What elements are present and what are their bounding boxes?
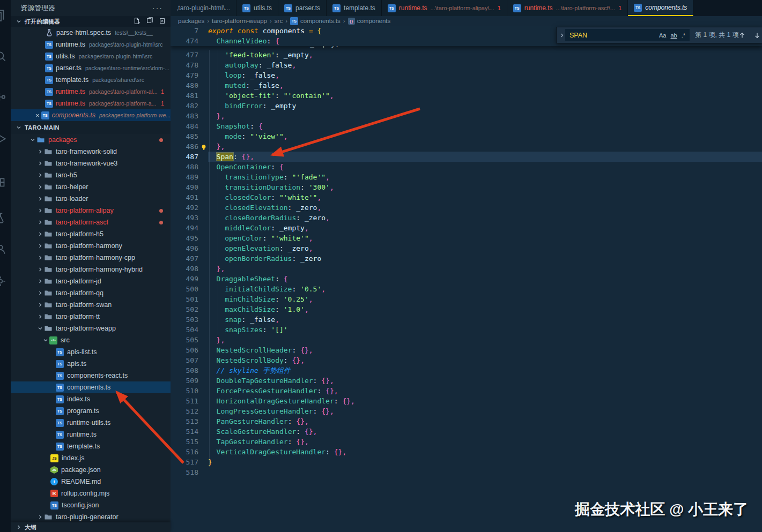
tree-item-rollup.config.mjs[interactable]: Rrollup.config.mjs — [11, 488, 171, 499]
tree-item-taro-platform-jd[interactable]: taro-platform-jd — [11, 275, 171, 287]
open-editor-item[interactable]: TSruntime.tspackages\taro-platform-al...… — [11, 86, 171, 98]
tab-parser.ts[interactable]: TSparser.ts — [278, 0, 327, 16]
chevron-right-icon[interactable] — [36, 231, 44, 237]
open-editor-item[interactable]: TStemplate.tspackages\shared\src — [11, 74, 171, 86]
code-line-493[interactable]: 493closeBorderRadius: _zero, — [171, 213, 762, 223]
open-editor-item[interactable]: parse-html.spec.tstests\__tests__ — [11, 27, 171, 39]
tree-item-taro-platform-harmony[interactable]: taro-platform-harmony — [11, 240, 171, 252]
code-line-518[interactable]: 518 — [171, 467, 762, 477]
code-line-495[interactable]: 495openColor: "'white'", — [171, 233, 762, 243]
tree-item-taro-helper[interactable]: taro-helper — [11, 181, 171, 193]
code-line-503[interactable]: 503snap: _false, — [171, 314, 762, 325]
find-input[interactable] — [565, 29, 658, 41]
find-previous-icon[interactable] — [738, 32, 746, 39]
code-line-515[interactable]: 515TapGestureHandler: {}, — [171, 437, 762, 447]
code-editor[interactable]: 7export const components = {474ChannelVi… — [171, 26, 762, 532]
testing-icon[interactable] — [0, 211, 8, 225]
code-line-511[interactable]: 511HorizontalDragGestureHandler: {}, — [171, 396, 762, 406]
code-line-485[interactable]: 485mode: "'view'", — [171, 131, 762, 141]
code-line-513[interactable]: 513PanGestureHandler: {}, — [171, 416, 762, 426]
regex-icon[interactable]: .* — [682, 32, 685, 39]
tab-taro-plugin-html...[interactable]: ,taro-plugin-html\... — [171, 0, 236, 16]
tree-item-taro-platform-tt[interactable]: taro-platform-tt — [11, 311, 171, 323]
code-line-508[interactable]: 508// skyline 手势组件 — [171, 365, 762, 376]
tree-item-taro-platform-harmony-hybrid[interactable]: taro-platform-harmony-hybrid — [11, 264, 171, 275]
code-line-494[interactable]: 494middleColor: _empty, — [171, 223, 762, 233]
tree-item-runtime.ts[interactable]: TSruntime.ts — [11, 429, 171, 440]
code-line-507[interactable]: 507NestedScrollBody: {}, — [171, 355, 762, 365]
code-line-477[interactable]: 477'feed-token': _empty, — [171, 50, 762, 60]
extensions-icon[interactable] — [0, 176, 8, 190]
tree-item-taro-platform-h5[interactable]: taro-platform-h5 — [11, 228, 171, 240]
tab-template.ts[interactable]: TStemplate.ts — [327, 0, 382, 16]
code-line-483[interactable]: 483}, — [171, 111, 762, 121]
code-line-499[interactable]: 499DraggableSheet: { — [171, 274, 762, 284]
code-line-498[interactable]: 498}, — [171, 264, 762, 274]
code-line-484[interactable]: 484Snapshot: { — [171, 121, 762, 131]
tree-item-program.ts[interactable]: TSprogram.ts — [11, 405, 171, 417]
chevron-right-icon[interactable] — [36, 172, 44, 178]
tree-item-taro-platform-swan[interactable]: taro-platform-swan — [11, 299, 171, 311]
tree-item-index.ts[interactable]: TSindex.ts — [11, 393, 171, 405]
chevron-right-icon[interactable] — [36, 219, 44, 226]
chevron-right-icon[interactable] — [36, 196, 44, 202]
chevron-right-icon[interactable] — [36, 266, 44, 273]
chevron-right-icon[interactable] — [36, 160, 44, 167]
code-line-478[interactable]: 478autoplay: _false, — [171, 60, 762, 70]
code-line-488[interactable]: 488OpenContainer: { — [171, 162, 762, 172]
code-line-482[interactable]: 482bindError: _empty — [171, 101, 762, 111]
tab-runtime.ts[interactable]: TSruntime.ts...\taro-platform-alipay\...… — [382, 0, 507, 16]
tree-item-taro-h5[interactable]: taro-h5 — [11, 169, 171, 181]
tree-item-taro-platform-alipay[interactable]: taro-platform-alipay — [11, 205, 171, 216]
tree-item-template.ts[interactable]: TStemplate.ts — [11, 440, 171, 452]
tree-item-taro-loader[interactable]: taro-loader — [11, 193, 171, 205]
chevron-right-icon[interactable] — [36, 184, 44, 190]
chevron-right-icon[interactable] — [36, 290, 44, 296]
chevron-right-icon[interactable] — [36, 313, 44, 320]
code-line-500[interactable]: 500initialChildSize: '0.5', — [171, 284, 762, 294]
tree-item-components-react.ts[interactable]: TScomponents-react.ts — [11, 370, 171, 381]
breadcrumb-item-packages[interactable]: packages — [178, 18, 204, 24]
code-line-510[interactable]: 510ForcePressGestureHandler: {}, — [171, 386, 762, 396]
close-all-icon[interactable] — [159, 17, 166, 26]
close-icon[interactable]: × — [35, 111, 41, 119]
chevron-right-icon[interactable] — [36, 243, 44, 249]
tree-item-apis-list.ts[interactable]: TSapis-list.ts — [11, 346, 171, 358]
more-actions-icon[interactable]: ··· — [152, 4, 163, 12]
code-line-514[interactable]: 514ScaleGestureHandler: {}, — [171, 426, 762, 437]
breadcrumb-item-taro-platform-weapp[interactable]: taro-platform-weapp — [212, 18, 267, 24]
code-line-505[interactable]: 505}, — [171, 335, 762, 345]
open-editor-item[interactable]: ×TScomponents.tspackages\taro-platform-w… — [11, 109, 171, 121]
chevron-right-icon[interactable] — [36, 254, 44, 261]
code-line-502[interactable]: 502maxChildSize: '1.0', — [171, 304, 762, 314]
project-section-header[interactable]: TARO-MAIN — [11, 121, 171, 134]
code-line-496[interactable]: 496openElevation: _zero, — [171, 243, 762, 253]
tree-item-components.ts[interactable]: TScomponents.ts — [11, 381, 171, 393]
outline-section-header[interactable]: 大纲 — [11, 522, 171, 532]
chevron-down-icon[interactable] — [29, 137, 36, 143]
tree-item-apis.ts[interactable]: TSapis.ts — [11, 358, 171, 370]
code-line-501[interactable]: 501minChildSize: '0.25', — [171, 294, 762, 304]
open-editors-header[interactable]: 打开的编辑器 — [11, 16, 171, 27]
tab-components.ts[interactable]: TScomponents.ts — [628, 0, 693, 16]
chevron-down-icon[interactable] — [36, 325, 44, 332]
tree-item-taro-plugin-generator[interactable]: taro-plugin-generator — [11, 511, 171, 523]
chevron-right-icon[interactable] — [36, 278, 44, 284]
search-icon[interactable] — [0, 49, 8, 63]
code-line-516[interactable]: 516VerticalDragGestureHandler: {}, — [171, 447, 762, 457]
files-icon[interactable] — [0, 8, 8, 22]
tree-item-taro-platform-ascf[interactable]: taro-platform-ascf — [11, 216, 171, 228]
tree-item-taro-framework-solid[interactable]: taro-framework-solid — [11, 146, 171, 158]
tree-item-runtime-utils.ts[interactable]: TSruntime-utils.ts — [11, 417, 171, 429]
tree-item-taro-framework-vue3[interactable]: taro-framework-vue3 — [11, 158, 171, 169]
code-line-486[interactable]: 486}, — [171, 141, 762, 152]
tree-item-tsconfig.json[interactable]: TStsconfig.json — [11, 499, 171, 511]
code-line-491[interactable]: 491closedColor: "'white'", — [171, 192, 762, 203]
find-expand-icon[interactable] — [559, 32, 565, 39]
source-control-icon[interactable] — [0, 90, 8, 104]
breadcrumb-item-components[interactable]: {}components — [348, 18, 391, 25]
code-line-487[interactable]: 487Span: {}, — [171, 152, 762, 162]
tree-item-packages[interactable]: packages — [11, 134, 171, 146]
open-editor-item[interactable]: TSparser.tspackages\taro-runtime\src\dom… — [11, 62, 171, 74]
chevron-right-icon[interactable] — [36, 207, 44, 214]
